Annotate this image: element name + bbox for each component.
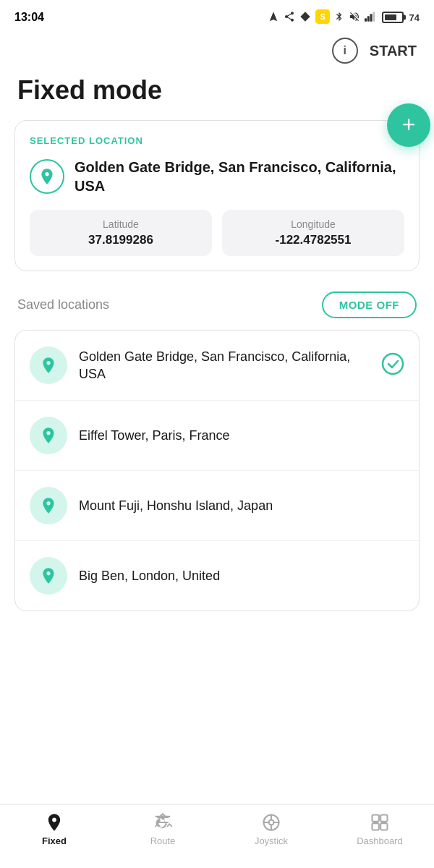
- svg-rect-2: [365, 18, 367, 22]
- signal-icon: [365, 11, 378, 25]
- longitude-label: Longitude: [232, 218, 394, 230]
- app-icon: S: [315, 9, 330, 26]
- diamond-icon: [299, 11, 311, 25]
- saved-pin-circle: [30, 417, 67, 454]
- location-row: Golden Gate Bridge, San Francisco, Calif…: [30, 158, 404, 195]
- list-item[interactable]: Eiffel Tower, Paris, France: [15, 401, 419, 471]
- saved-pin-icon: [39, 566, 58, 585]
- pin-icon: [38, 167, 56, 186]
- bottom-nav: Fixed RouteJoystickDashboard: [0, 804, 434, 868]
- start-button[interactable]: START: [370, 43, 417, 59]
- info-button[interactable]: i: [332, 38, 358, 64]
- battery-percent: 74: [409, 12, 420, 23]
- saved-item-name: Big Ben, London, United: [79, 567, 404, 584]
- saved-pin-icon: [39, 356, 58, 375]
- selected-location-card: + SELECTED LOCATION Golden Gate Bridge, …: [14, 120, 420, 271]
- share-icon: [284, 11, 295, 25]
- mode-off-button[interactable]: MODE OFF: [322, 292, 417, 318]
- nav-item-route[interactable]: Route: [109, 812, 217, 846]
- saved-section-header: Saved locations MODE OFF: [0, 271, 434, 330]
- saved-item-name: Eiffel Tower, Paris, France: [79, 427, 404, 444]
- bluetooth-icon: [334, 10, 344, 25]
- add-location-button[interactable]: +: [387, 103, 430, 147]
- coords-row: Latitude 37.8199286 Longitude -122.47825…: [30, 210, 404, 256]
- longitude-value: -122.4782551: [232, 233, 394, 247]
- route-nav-icon: [153, 812, 173, 833]
- nav-item-fixed[interactable]: Fixed: [0, 812, 109, 846]
- list-item[interactable]: Mount Fuji, Honshu Island, Japan: [15, 471, 419, 541]
- latitude-value: 37.8199286: [40, 233, 202, 247]
- nav-label-fixed: Fixed: [42, 835, 67, 846]
- svg-rect-14: [380, 815, 387, 822]
- svg-rect-16: [380, 823, 387, 830]
- battery-icon: [382, 12, 404, 23]
- navigation-icon: [268, 11, 279, 25]
- nav-label-route: Route: [150, 835, 176, 846]
- status-icons: S 74: [268, 9, 420, 26]
- svg-rect-15: [373, 823, 379, 830]
- svg-rect-3: [367, 16, 369, 22]
- nav-label-dashboard: Dashboard: [357, 835, 403, 846]
- fixed-nav-icon: [44, 812, 64, 833]
- saved-pin-icon: [39, 496, 58, 515]
- nav-label-joystick: Joystick: [255, 835, 288, 846]
- selected-location-name: Golden Gate Bridge, San Francisco, Calif…: [75, 158, 404, 195]
- list-item[interactable]: Golden Gate Bridge, San Francisco, Calif…: [15, 331, 419, 401]
- nav-item-dashboard[interactable]: Dashboard: [326, 812, 434, 846]
- latitude-label: Latitude: [40, 218, 202, 230]
- plus-icon: +: [402, 113, 416, 136]
- svg-rect-5: [373, 12, 375, 22]
- status-time: 13:04: [14, 11, 44, 24]
- info-icon: i: [344, 44, 346, 57]
- joystick-nav-icon: [261, 812, 281, 833]
- saved-pin-circle: [30, 487, 67, 524]
- page-title: Fixed mode: [0, 75, 434, 120]
- saved-pin-circle: [30, 557, 67, 595]
- saved-item-name: Mount Fuji, Honshu Island, Japan: [79, 497, 404, 514]
- status-bar: 13:04 S: [0, 0, 434, 32]
- saved-pin-circle: [30, 346, 67, 384]
- longitude-box: Longitude -122.4782551: [222, 210, 404, 256]
- svg-text:S: S: [320, 12, 325, 21]
- dashboard-nav-icon: [370, 812, 390, 833]
- location-pin-circle: [30, 159, 64, 194]
- card-label: SELECTED LOCATION: [30, 135, 404, 146]
- saved-label: Saved locations: [17, 297, 109, 312]
- svg-rect-13: [373, 815, 379, 822]
- saved-pin-icon: [39, 426, 58, 445]
- svg-rect-4: [370, 14, 372, 22]
- saved-locations-list: Golden Gate Bridge, San Francisco, Calif…: [14, 330, 420, 611]
- list-item[interactable]: Big Ben, London, United: [15, 541, 419, 610]
- top-header: i START: [0, 32, 434, 75]
- mute-icon: [349, 11, 360, 25]
- selected-check-icon: [381, 352, 404, 378]
- svg-point-6: [383, 354, 403, 374]
- latitude-box: Latitude 37.8199286: [30, 210, 212, 256]
- nav-item-joystick[interactable]: Joystick: [217, 812, 326, 846]
- saved-item-name: Golden Gate Bridge, San Francisco, Calif…: [79, 348, 370, 383]
